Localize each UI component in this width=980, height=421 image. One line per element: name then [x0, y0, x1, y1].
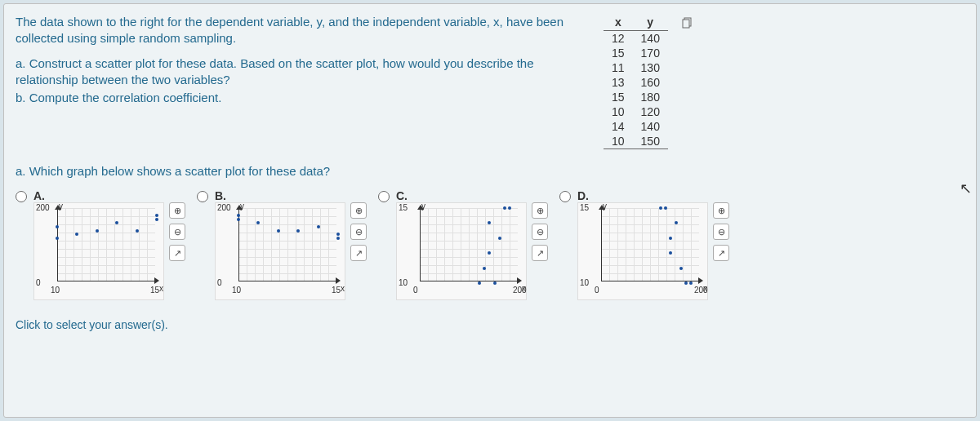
data-point: [478, 281, 481, 285]
zoom-out-icon[interactable]: ⊖: [169, 224, 185, 240]
popout-icon[interactable]: ↗: [169, 245, 185, 261]
intro-text: The data shown to the right for the depe…: [16, 14, 587, 47]
zoom-out-icon[interactable]: ⊖: [350, 224, 367, 240]
zoom-out-icon[interactable]: ⊖: [713, 224, 729, 240]
zoom-in-icon[interactable]: ⊕: [350, 202, 367, 219]
data-point: [689, 281, 693, 285]
radio-a[interactable]: [16, 191, 27, 202]
data-point: [277, 229, 280, 233]
table-cell: 160: [633, 75, 668, 90]
data-point: [336, 233, 340, 236]
y-axis-label: y: [603, 202, 607, 210]
table-cell: 140: [633, 119, 668, 134]
part-b-text: b. Compute the correlation coefficient.: [16, 90, 587, 106]
option-c-label: C.: [396, 189, 523, 202]
zoom-in-icon[interactable]: ⊕: [713, 202, 729, 219]
table-cell: 11: [604, 60, 633, 75]
data-point: [56, 237, 59, 240]
copy-icon[interactable]: [682, 17, 693, 29]
popout-icon[interactable]: ↗: [350, 245, 367, 261]
table-cell: 180: [633, 90, 668, 104]
table-cell: 12: [604, 31, 633, 47]
table-cell: 120: [633, 104, 668, 119]
y-axis-label: y: [421, 202, 425, 210]
data-point: [317, 225, 320, 228]
radio-d[interactable]: [559, 191, 571, 202]
radio-b[interactable]: [197, 191, 208, 202]
table-cell: 10: [604, 104, 633, 119]
zoom-out-icon[interactable]: ⊖: [532, 224, 548, 240]
y-tick: 0: [36, 278, 41, 287]
table-row: 14140: [604, 119, 668, 134]
data-point: [684, 281, 688, 285]
table-row: 10150: [604, 134, 668, 149]
y-tick: 200: [36, 203, 50, 212]
data-point: [679, 267, 683, 270]
y-tick: 0: [217, 278, 222, 287]
table-cell: 13: [604, 75, 633, 90]
table-row: 15180: [604, 90, 668, 104]
x-tick: 200: [513, 286, 527, 295]
footer-hint: Click to select your answer(s).: [16, 318, 964, 331]
data-point: [96, 229, 99, 233]
data-point: [483, 267, 486, 270]
data-point: [336, 237, 340, 240]
data-table: x y 121401517011130131601518010120141401…: [604, 14, 668, 149]
x-axis-label: x: [159, 284, 163, 293]
y-tick: 10: [399, 278, 408, 287]
zoom-in-icon[interactable]: ⊕: [532, 202, 548, 219]
data-point: [155, 214, 158, 217]
x-tick: 0: [413, 286, 418, 295]
svg-rect-1: [683, 20, 689, 28]
y-tick: 15: [580, 203, 589, 212]
data-point: [296, 229, 300, 233]
data-point: [508, 206, 511, 210]
table-row: 15170: [604, 46, 668, 60]
option-d-label: D.: [577, 189, 705, 202]
y-tick: 15: [399, 203, 408, 212]
x-axis-label: x: [341, 284, 345, 293]
table-row: 12140: [604, 31, 668, 47]
table-cell: 15: [604, 46, 633, 60]
options-row: A. y x 02001015 ⊕ ⊖ ↗: [16, 189, 964, 300]
y-axis-label: y: [240, 202, 244, 210]
radio-c[interactable]: [378, 191, 390, 202]
table-row: 10120: [604, 104, 668, 119]
x-tick: 15: [332, 286, 341, 295]
zoom-in-icon[interactable]: ⊕: [169, 202, 185, 219]
col-y-header: y: [633, 14, 668, 31]
table-row: 11130: [604, 60, 668, 75]
table-row: 13160: [604, 75, 668, 90]
chart-c: y x 10150200: [396, 202, 527, 300]
data-point: [503, 206, 506, 210]
option-b-label: B.: [215, 189, 342, 202]
table-cell: 14: [604, 119, 633, 134]
y-tick: 10: [580, 278, 589, 287]
table-cell: 15: [604, 90, 633, 104]
table-cell: 170: [633, 46, 668, 60]
x-tick: 10: [51, 286, 60, 295]
data-point: [498, 237, 501, 240]
popout-icon[interactable]: ↗: [532, 245, 548, 261]
part-a-text: a. Construct a scatter plot for these da…: [16, 55, 587, 89]
chart-d: y x 10150200: [577, 202, 708, 300]
data-point: [237, 218, 240, 221]
table-cell: 10: [604, 134, 633, 149]
popout-icon[interactable]: ↗: [713, 245, 729, 261]
data-point: [136, 229, 139, 233]
data-point: [675, 221, 678, 224]
y-axis-label: y: [59, 202, 63, 210]
table-cell: 130: [633, 60, 668, 75]
table-cell: 150: [633, 134, 668, 149]
x-tick: 0: [595, 286, 599, 295]
data-point: [493, 281, 497, 285]
option-a-label: A.: [33, 189, 161, 202]
data-point: [155, 218, 158, 221]
question-a-text: a. Which graph below shows a scatter plo…: [16, 164, 964, 178]
col-x-header: x: [604, 14, 633, 31]
x-tick: 200: [694, 286, 708, 295]
x-tick: 10: [232, 286, 241, 295]
table-cell: 140: [633, 31, 668, 47]
cursor-icon: ↖: [960, 179, 972, 197]
data-point: [56, 225, 59, 228]
